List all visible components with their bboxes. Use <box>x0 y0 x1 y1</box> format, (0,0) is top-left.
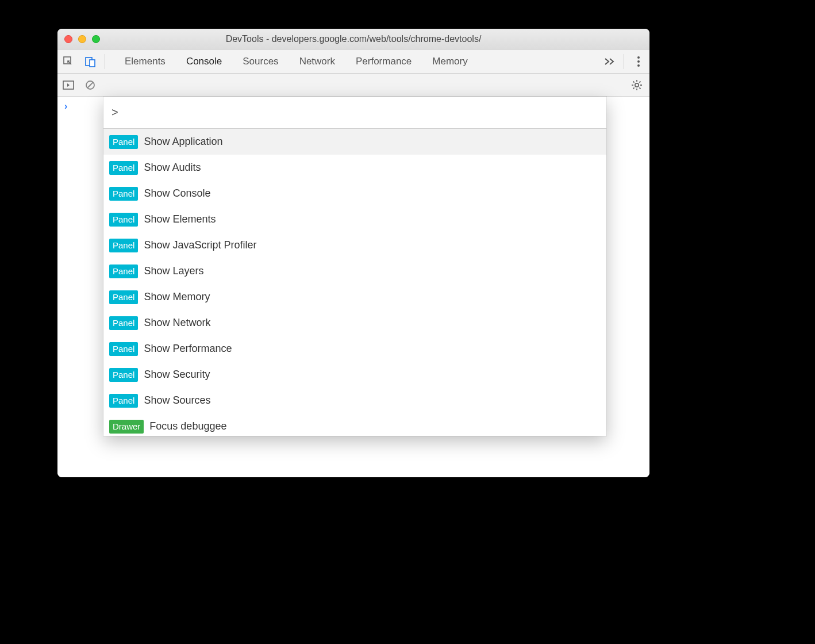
command-item-label: Show Application <box>144 136 222 148</box>
svg-line-17 <box>639 81 640 82</box>
command-menu: > PanelShow ApplicationPanelShow AuditsP… <box>103 97 606 436</box>
command-item-label: Show Memory <box>144 291 210 303</box>
window-title: DevTools - developers.google.com/web/too… <box>57 34 649 44</box>
clear-icon <box>85 80 95 90</box>
drawer-badge: Drawer <box>109 420 144 434</box>
traffic-lights <box>64 35 100 43</box>
devtools-window: DevTools - developers.google.com/web/too… <box>57 29 649 477</box>
panel-badge: Panel <box>109 316 138 330</box>
command-item[interactable]: PanelShow Sources <box>103 388 606 413</box>
command-menu-input[interactable] <box>122 106 598 119</box>
tab-memory[interactable]: Memory <box>422 49 478 74</box>
sidebar-icon <box>63 80 74 90</box>
chevron-double-right-icon <box>603 57 615 66</box>
panel-badge: Panel <box>109 135 138 149</box>
svg-point-3 <box>637 56 640 59</box>
command-item-label: Show Audits <box>144 162 201 174</box>
command-item[interactable]: DrawerFocus debuggee <box>103 413 606 436</box>
panel-badge: Panel <box>109 394 138 408</box>
gear-icon <box>631 79 643 91</box>
command-item[interactable]: PanelShow JavaScript Profiler <box>103 232 606 258</box>
panel-badge: Panel <box>109 239 138 252</box>
command-menu-input-row: > <box>103 97 606 129</box>
console-panel: › > PanelShow ApplicationPanelShow Audit… <box>57 97 649 477</box>
panel-badge: Panel <box>109 290 138 304</box>
tab-performance[interactable]: Performance <box>345 49 422 74</box>
close-window-button[interactable] <box>64 35 72 43</box>
customize-devtools-button[interactable] <box>628 56 649 67</box>
command-item[interactable]: PanelShow Application <box>103 129 606 155</box>
clear-console-button[interactable] <box>79 73 101 97</box>
command-item[interactable]: PanelShow Network <box>103 310 606 336</box>
panel-badge: Panel <box>109 213 138 227</box>
command-item[interactable]: PanelShow Security <box>103 362 606 388</box>
command-item-label: Show Performance <box>144 343 232 355</box>
divider <box>105 54 105 69</box>
svg-point-9 <box>635 83 639 86</box>
command-item-label: Show Elements <box>144 213 216 225</box>
command-item[interactable]: PanelShow Layers <box>103 258 606 284</box>
command-item[interactable]: PanelShow Memory <box>103 284 606 310</box>
console-toolbar <box>57 74 649 97</box>
svg-line-14 <box>633 81 635 82</box>
tab-console[interactable]: Console <box>176 49 232 74</box>
command-item-label: Show Layers <box>144 265 203 277</box>
minimize-window-button[interactable] <box>78 35 86 43</box>
svg-line-16 <box>633 87 635 89</box>
inspect-element-button[interactable] <box>57 49 79 74</box>
command-item-label: Show JavaScript Profiler <box>144 239 256 251</box>
panel-badge: Panel <box>109 342 138 356</box>
tab-elements[interactable]: Elements <box>114 49 176 74</box>
command-item[interactable]: PanelShow Console <box>103 181 606 206</box>
svg-line-15 <box>639 87 640 89</box>
panel-badge: Panel <box>109 161 138 175</box>
device-toolbar-button[interactable] <box>79 49 101 74</box>
command-item[interactable]: PanelShow Elements <box>103 206 606 232</box>
command-item[interactable]: PanelShow Performance <box>103 336 606 362</box>
divider <box>624 54 624 69</box>
command-item-label: Show Security <box>144 369 210 381</box>
tab-network[interactable]: Network <box>289 49 345 74</box>
maximize-window-button[interactable] <box>92 35 100 43</box>
console-settings-button[interactable] <box>624 79 649 91</box>
console-prompt-caret[interactable]: › <box>64 101 67 112</box>
tab-sources[interactable]: Sources <box>232 49 289 74</box>
command-item-label: Show Sources <box>144 394 210 407</box>
kebab-icon <box>637 56 640 67</box>
command-item-label: Show Console <box>144 187 210 200</box>
panel-badge: Panel <box>109 368 138 382</box>
panel-badge: Panel <box>109 187 138 201</box>
command-item-label: Focus debuggee <box>149 420 226 432</box>
more-tabs-button[interactable] <box>598 57 620 66</box>
toggle-sidebar-button[interactable] <box>57 73 79 97</box>
pointer-icon <box>63 56 74 67</box>
main-toolbar: ElementsConsoleSourcesNetworkPerformance… <box>57 49 649 74</box>
device-icon <box>84 56 96 67</box>
command-item[interactable]: PanelShow Audits <box>103 155 606 181</box>
panel-badge: Panel <box>109 264 138 278</box>
command-prefix: > <box>112 106 118 119</box>
svg-line-8 <box>87 82 93 88</box>
command-menu-list: PanelShow ApplicationPanelShow AuditsPan… <box>103 129 606 436</box>
panel-tabs: ElementsConsoleSourcesNetworkPerformance… <box>109 49 598 74</box>
svg-point-5 <box>637 64 640 67</box>
svg-point-4 <box>637 60 640 63</box>
command-item-label: Show Network <box>144 317 210 329</box>
titlebar: DevTools - developers.google.com/web/too… <box>57 29 649 49</box>
svg-rect-2 <box>90 60 95 67</box>
